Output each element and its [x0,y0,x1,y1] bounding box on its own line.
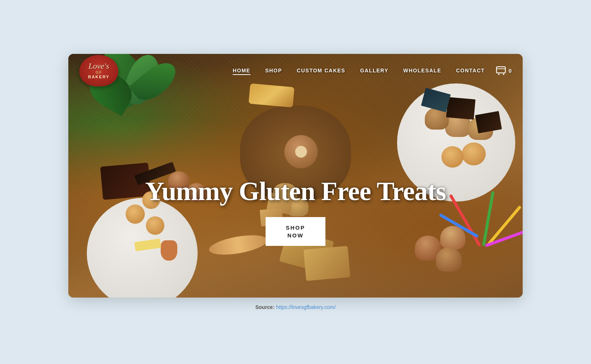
hero-section: Love's GF BAKERY HOME SHOP CUSTOM CAKES [68,54,523,298]
nav-link-contact[interactable]: CONTACT [456,68,485,73]
nav-item-shop[interactable]: SHOP [265,67,282,74]
nav-link-wholesale[interactable]: WHOLESALE [403,68,441,73]
nav-links: HOME SHOP CUSTOM CAKES GALLERY WHOLESALE [233,67,485,74]
nav-link-home[interactable]: HOME [233,68,250,75]
nav-item-custom-cakes[interactable]: CUSTOM CAKES [297,67,345,74]
page-wrapper: Love's GF BAKERY HOME SHOP CUSTOM CAKES [68,54,523,310]
svg-point-2 [503,73,504,75]
navbar: Love's GF BAKERY HOME SHOP CUSTOM CAKES [68,54,523,87]
shop-now-line1: SHOP [286,224,305,231]
cart-count: 0 [509,68,512,74]
source-footer: Source: https://lovesgfbakery.com/ [255,304,336,310]
svg-rect-0 [496,67,505,73]
logo-area[interactable]: Love's GF BAKERY [79,55,118,86]
nav-link-gallery[interactable]: GALLERY [360,68,389,73]
hero-texture [68,54,523,298]
nav-item-contact[interactable]: CONTACT [456,67,485,74]
hero-title: Yummy Gluten Free Treats [145,177,446,206]
shop-now-button[interactable]: SHOP NOW [266,217,326,246]
nav-item-gallery[interactable]: GALLERY [360,67,389,74]
nav-item-wholesale[interactable]: WHOLESALE [403,67,441,74]
source-label: Source: [255,304,274,310]
svg-point-1 [498,73,499,75]
browser-card: Love's GF BAKERY HOME SHOP CUSTOM CAKES [68,54,523,298]
logo-gf: GF [96,70,102,75]
shop-now-line2: NOW [287,232,304,238]
nav-link-custom-cakes[interactable]: CUSTOM CAKES [297,68,345,73]
cart-icon [496,66,506,75]
source-url[interactable]: https://lovesgfbakery.com/ [276,304,336,310]
cart-area[interactable]: 0 [496,66,512,75]
logo-script: Love's [88,62,109,70]
nav-link-shop[interactable]: SHOP [265,68,282,73]
logo-badge: Love's GF BAKERY [79,55,118,86]
hero-content: Yummy Gluten Free Treats SHOP NOW [68,177,523,246]
logo-bakery: BAKERY [88,75,109,79]
nav-item-home[interactable]: HOME [233,67,250,74]
